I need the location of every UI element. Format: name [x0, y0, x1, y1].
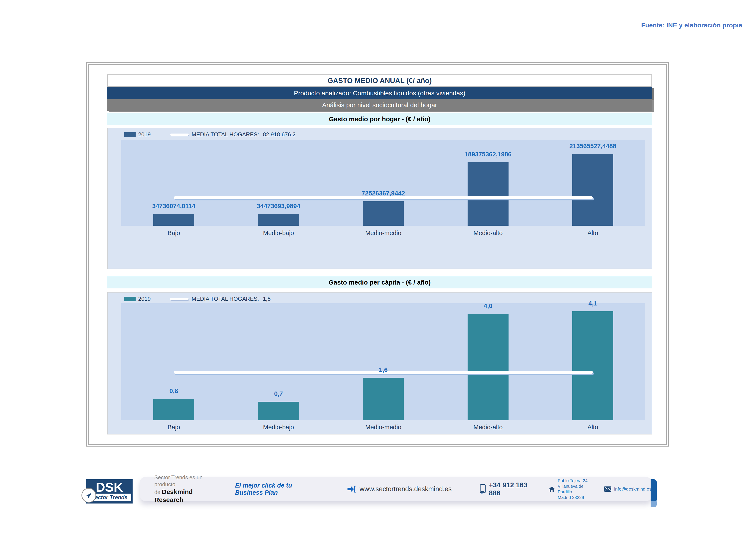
- footer-address: Pablo Tejera 24. Villanueva del Pardillo…: [549, 478, 594, 500]
- bar-value-label: 72526367,9442: [316, 190, 450, 197]
- media-line-swatch: [170, 133, 189, 136]
- footer-product-line2: de Deskmind Research: [154, 488, 214, 504]
- address-line-3: Madrid 28229: [558, 495, 594, 500]
- envelope-icon: [604, 486, 611, 492]
- chart1-subtitle: Gasto medio por hogar - (€ / año): [107, 113, 652, 125]
- series-label: 2019: [138, 131, 151, 138]
- category-label: Medio-medio: [331, 230, 436, 237]
- chart2-legend: 2019 MEDIA TOTAL HOGARES: 1,8: [124, 296, 271, 302]
- bar-medio-bajo: [258, 402, 299, 420]
- media-value: 1,8: [263, 296, 271, 302]
- bar-medio-medio: [363, 378, 404, 420]
- footer-product-prefix: de: [154, 489, 162, 495]
- chart1-panel: 2019 MEDIA TOTAL HOGARES: 82,918,676.2 3…: [107, 128, 652, 269]
- bar-bajo: [153, 214, 194, 226]
- chart2-subtitle: Gasto medio per cápita - (€ / año): [107, 276, 652, 289]
- footer-website-text: www.sectortrends.deskmind.es: [360, 485, 452, 493]
- chart1-category-axis: BajoMedio-bajoMedio-medioMedio-altoAlto: [122, 230, 645, 237]
- report-frame: GASTO MEDIO ANUAL (€/ año) Producto anal…: [86, 62, 669, 447]
- footer-accent-pill: [651, 479, 657, 501]
- bar-alto: [572, 154, 613, 226]
- address-line-1: Pablo Tejera 24.: [558, 478, 594, 483]
- arrow-bracket-icon: [347, 485, 357, 493]
- footer-email[interactable]: info@deskmind.es: [604, 486, 651, 492]
- bar-medio-alto: [468, 314, 508, 420]
- media-label: MEDIA TOTAL HOGARES:: [192, 296, 259, 302]
- category-label: Medio-alto: [436, 424, 540, 431]
- series-label: 2019: [138, 296, 151, 302]
- category-label: Bajo: [122, 230, 226, 237]
- bar-value-label: 1,6: [316, 366, 450, 374]
- source-note: Fuente: INE y elaboración propia: [641, 21, 742, 29]
- bar-bajo: [153, 399, 194, 420]
- footer-website[interactable]: www.sectortrends.deskmind.es: [347, 485, 452, 493]
- bar-medio-alto: [468, 162, 508, 226]
- bar-value-label: 0,7: [212, 390, 345, 397]
- footer-email-text: info@deskmind.es: [614, 487, 651, 492]
- report-page: Fuente: INE y elaboración propia GASTO M…: [0, 0, 756, 535]
- chart2-panel: 2019 MEDIA TOTAL HOGARES: 1,8 0,80,71,64…: [107, 292, 652, 435]
- chart1-legend: 2019 MEDIA TOTAL HOGARES: 82,918,676.2: [124, 131, 296, 138]
- category-label: Alto: [540, 424, 645, 431]
- chart2-plot-area: 0,80,71,64,04,1: [122, 303, 645, 420]
- category-label: Medio-bajo: [226, 424, 331, 431]
- series-swatch: [124, 132, 136, 137]
- address-line-2: Villanueva del Pardillo.: [558, 483, 594, 495]
- media-line-swatch: [170, 298, 189, 300]
- report-title: GASTO MEDIO ANUAL (€/ año): [107, 74, 652, 87]
- phone-icon: [480, 483, 486, 495]
- footer-phone[interactable]: +34 912 163 886: [480, 481, 532, 497]
- category-label: Medio-bajo: [226, 230, 331, 237]
- media-label: MEDIA TOTAL HOGARES:: [192, 131, 259, 138]
- bar-value-label: 189375362,1986: [421, 151, 555, 158]
- chart1-plot-area: 34736074,011434473693,989472526367,94421…: [122, 140, 645, 226]
- footer-product-text: Sector Trends es un producto de Deskmind…: [154, 474, 214, 504]
- product-header: Producto analizado: Combustibles líquido…: [107, 87, 652, 99]
- bar-value-label: 34473693,9894: [212, 203, 345, 210]
- dsk-logo-brand: Sector Trends: [92, 494, 128, 500]
- dsk-logo: DSK Sector Trends: [86, 479, 133, 505]
- footer-bar: Sector Trends es un producto de Deskmind…: [140, 477, 651, 501]
- report-frame-inner: GASTO MEDIO ANUAL (€/ año) Producto anal…: [88, 64, 667, 445]
- category-label: Medio-alto: [436, 230, 540, 237]
- bar-value-label: 4,1: [526, 300, 660, 307]
- home-icon: [549, 485, 555, 493]
- bar-medio-medio: [363, 201, 404, 226]
- footer-slogan: El mejor click de tu Business Plan: [235, 482, 321, 496]
- category-label: Medio-medio: [331, 424, 436, 431]
- bar-value-label: 213565527,4488: [526, 143, 660, 150]
- chart2-category-axis: BajoMedio-bajoMedio-medioMedio-altoAlto: [122, 424, 645, 431]
- footer-product-line1: Sector Trends es un producto: [154, 474, 214, 488]
- series-swatch: [124, 296, 136, 301]
- category-label: Alto: [540, 230, 645, 237]
- bar-medio-bajo: [258, 214, 299, 226]
- paper-plane-icon: [81, 488, 96, 503]
- footer-address-lines: Pablo Tejera 24. Villanueva del Pardillo…: [558, 478, 594, 500]
- category-label: Bajo: [122, 424, 226, 431]
- media-value: 82,918,676.2: [263, 131, 296, 138]
- report-content: GASTO MEDIO ANUAL (€/ año) Producto anal…: [107, 74, 652, 435]
- footer-accent-pill-light: [651, 501, 657, 507]
- analysis-header: Análisis por nivel sociocultural del hog…: [107, 99, 652, 111]
- footer-phone-text: +34 912 163 886: [489, 481, 533, 497]
- bar-alto: [572, 311, 613, 420]
